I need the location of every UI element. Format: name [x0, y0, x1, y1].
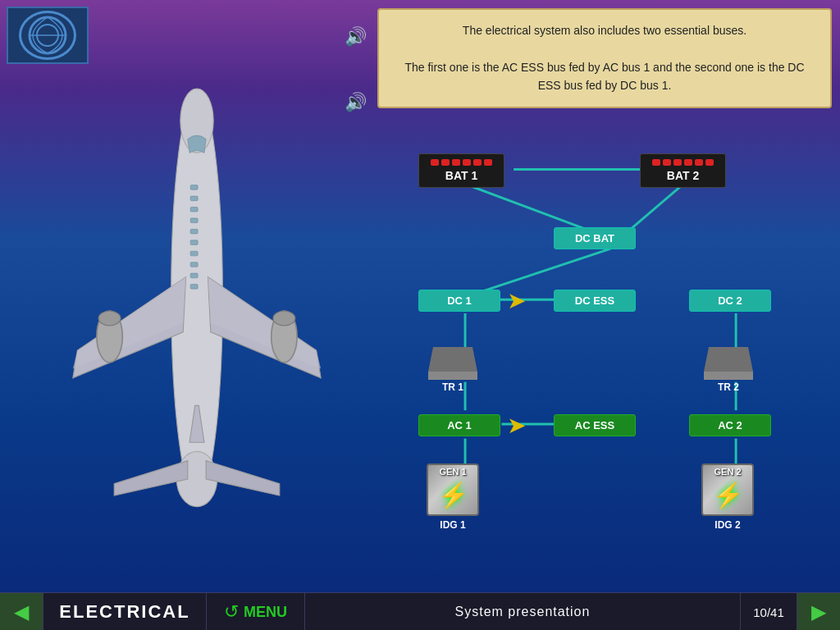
ac2-label: AC 2: [718, 419, 742, 431]
dc-bat-box: DC BAT: [554, 227, 636, 249]
idg1-label: IDG 1: [427, 519, 479, 531]
svg-rect-10: [190, 185, 198, 190]
bat1-label: BAT 1: [445, 169, 477, 182]
svg-line-21: [627, 184, 683, 232]
ac1-label: AC 1: [447, 419, 472, 431]
ac1-box: AC 1: [418, 414, 500, 436]
gen1-box: GEN 1 ⚡: [427, 463, 479, 516]
svg-rect-11: [190, 196, 198, 201]
gen2-box: GEN 2 ⚡: [701, 463, 754, 516]
tr2-box: TR 2: [704, 347, 753, 393]
airplane-image: [25, 66, 369, 525]
menu-icon: ↺: [224, 601, 239, 623]
tr1-box: TR 1: [428, 347, 477, 393]
prev-icon: ◀: [14, 600, 29, 623]
main-background: 🔊 🔊 The electrical system also includes …: [0, 0, 840, 592]
dc2-label: DC 2: [718, 294, 742, 307]
info-box: The electrical system also includes two …: [377, 8, 832, 108]
dc-arrow: ➤: [507, 287, 526, 314]
gen2-container: GEN 2 ⚡ IDG 2: [701, 463, 754, 531]
idg2-label: IDG 2: [701, 519, 754, 531]
page-title: ELECTRICAL: [59, 601, 189, 623]
svg-rect-15: [190, 240, 198, 245]
ac-arrow: ➤: [507, 412, 526, 439]
next-icon: ▶: [811, 600, 826, 623]
gen1-lightning: ⚡: [438, 481, 468, 509]
gen2-lightning: ⚡: [713, 481, 743, 509]
next-button[interactable]: ▶: [797, 593, 840, 630]
menu-section[interactable]: ↺ MENU: [207, 593, 305, 630]
dc-ess-box: DC ESS: [554, 290, 636, 312]
svg-rect-17: [190, 262, 198, 267]
dc-bat-label: DC BAT: [575, 232, 614, 244]
bat2-label: BAT 2: [667, 169, 699, 182]
ac-ess-label: AC ESS: [575, 419, 614, 431]
svg-rect-12: [190, 207, 198, 212]
gen2-label: GEN 2: [703, 467, 752, 477]
gen1-label: GEN 1: [428, 467, 477, 477]
diagram-area: BAT 1 BAT 2 DC BAT DC 1 ➤ DC ESS DC 2: [377, 144, 832, 584]
logo-box: [7, 7, 89, 64]
info-text-line2: The first one is the AC ESS bus fed by A…: [392, 58, 817, 95]
info-text-line1: The electrical system also includes two …: [392, 21, 817, 39]
bottom-bar: ◀ ELECTRICAL ↺ MENU System presentation …: [0, 592, 840, 630]
page-section: 10/41: [740, 593, 797, 630]
dc1-box: DC 1: [418, 290, 500, 312]
ac2-box: AC 2: [689, 414, 771, 436]
tr2-label: TR 2: [704, 381, 753, 393]
gen1-container: GEN 1 ⚡ IDG 1: [427, 463, 479, 531]
svg-rect-18: [190, 273, 198, 278]
prev-button[interactable]: ◀: [0, 593, 43, 630]
logo-icon: [19, 11, 76, 60]
dc2-box: DC 2: [689, 290, 771, 312]
system-section: System presentation: [305, 593, 740, 630]
audio-icon-1[interactable]: 🔊: [345, 26, 367, 48]
bat1-box: BAT 1: [418, 153, 504, 188]
svg-line-20: [465, 184, 595, 232]
title-section: ELECTRICAL: [43, 593, 207, 630]
dc-ess-label: DC ESS: [575, 294, 614, 307]
svg-rect-16: [190, 251, 198, 256]
page-number: 10/41: [753, 605, 784, 619]
dc1-label: DC 1: [447, 294, 472, 307]
svg-rect-14: [190, 229, 198, 234]
bat2-box: BAT 2: [640, 153, 726, 188]
svg-point-7: [98, 311, 121, 326]
svg-rect-13: [190, 218, 198, 223]
svg-point-9: [273, 311, 295, 326]
menu-label: MENU: [244, 604, 287, 621]
ac-ess-box: AC ESS: [554, 414, 636, 436]
tr1-label: TR 1: [428, 381, 477, 393]
svg-rect-19: [190, 285, 198, 290]
system-presentation-text: System presentation: [455, 605, 591, 619]
